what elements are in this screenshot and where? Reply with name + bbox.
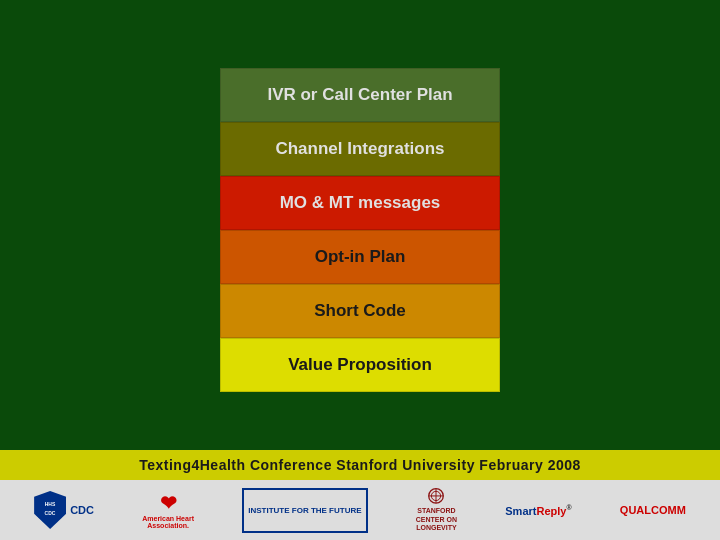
logo-cdc: HHS CDC CDC <box>34 488 94 533</box>
stack-label-channel: Channel Integrations <box>275 139 444 158</box>
logo-smartreply: SmartReply® <box>505 488 571 533</box>
svg-text:CDC: CDC <box>45 510 56 516</box>
cdc-shield-icon: HHS CDC <box>34 491 66 529</box>
stack-label-ivr: IVR or Call Center Plan <box>267 85 452 104</box>
main-content: IVR or Call Center Plan Channel Integrat… <box>0 0 720 450</box>
stanford-label: STANFORDCENTER ONLONGEVITY <box>416 507 457 532</box>
heart-icon: ❤ <box>160 491 177 515</box>
logo-iff: INSTITUTE FOR THE FUTURE <box>242 488 367 533</box>
stack-label-shortcode: Short Code <box>314 301 406 320</box>
stack-label-value: Value Proposition <box>288 355 432 374</box>
logo-stanford: STANFORDCENTER ONLONGEVITY <box>416 488 457 533</box>
stanford-icon <box>416 488 456 508</box>
stack-label-mo: MO & MT messages <box>280 193 441 212</box>
footer-bar: Texting4Health Conference Stanford Unive… <box>0 450 720 480</box>
stack-label-optin: Opt-in Plan <box>315 247 406 266</box>
qualcomm-label: QUALCOMM <box>620 504 686 516</box>
iff-label: INSTITUTE FOR THE FUTURE <box>248 506 361 515</box>
logo-aha: ❤ American HeartAssociation. <box>142 488 194 533</box>
stack-item-channel: Channel Integrations <box>220 122 500 176</box>
stack-item-mo: MO & MT messages <box>220 176 500 230</box>
stack-item-ivr: IVR or Call Center Plan <box>220 68 500 122</box>
stack-item-value: Value Proposition <box>220 338 500 392</box>
svg-text:HHS: HHS <box>45 501 56 507</box>
smartreply-label: SmartReply® <box>505 504 571 517</box>
logos-bar: HHS CDC CDC ❤ American HeartAssociation.… <box>0 480 720 540</box>
cdc-label: CDC <box>70 504 94 516</box>
stack-item-shortcode: Short Code <box>220 284 500 338</box>
stack-container: IVR or Call Center Plan Channel Integrat… <box>220 68 500 392</box>
stack-item-optin: Opt-in Plan <box>220 230 500 284</box>
logo-qualcomm: QUALCOMM <box>620 488 686 533</box>
footer-text: Texting4Health Conference Stanford Unive… <box>139 457 581 473</box>
aha-label: American HeartAssociation. <box>142 515 194 529</box>
